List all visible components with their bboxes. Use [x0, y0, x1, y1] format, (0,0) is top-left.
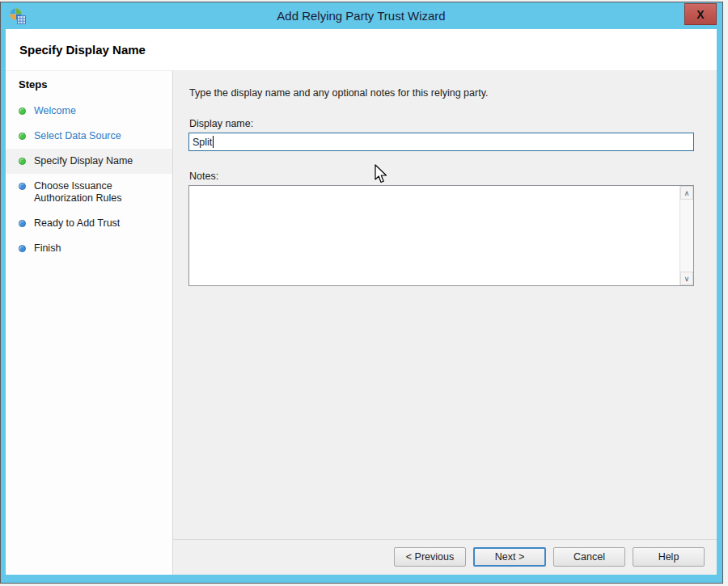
next-button[interactable]: Next > [473, 547, 546, 567]
intro-text: Type the display name and any optional n… [189, 87, 694, 99]
page-title: Specify Display Name [6, 29, 717, 71]
step-current-bullet-icon [19, 158, 26, 165]
steps-sidebar: Steps Welcome Select Data Source Specify… [6, 71, 173, 575]
step-ready-to-add-trust: Ready to Add Trust [6, 211, 172, 236]
wizard-window: Add Relying Party Trust Wizard X Specify… [0, 2, 723, 584]
notes-label: Notes: [189, 171, 694, 182]
step-upcoming-bullet-icon [19, 220, 26, 227]
display-name-label: Display name: [189, 118, 694, 129]
step-finish: Finish [6, 236, 172, 261]
step-select-data-source: Select Data Source [6, 124, 172, 149]
notes-field-box: ∧ ∨ [188, 185, 694, 286]
close-button[interactable]: X [684, 3, 717, 25]
wizard-body: Specify Display Name Steps Welcome Selec… [6, 29, 717, 575]
button-bar: < Previous Next > Cancel Help [173, 539, 717, 575]
window-title: Add Relying Party Trust Wizard [6, 9, 717, 23]
step-specify-display-name: Specify Display Name [6, 149, 172, 174]
step-welcome: Welcome [6, 99, 172, 124]
scroll-down-icon[interactable]: ∨ [680, 272, 693, 285]
previous-button[interactable]: < Previous [394, 547, 466, 567]
cancel-button[interactable]: Cancel [553, 547, 625, 567]
step-choose-issuance-authorization-rules: Choose Issuance Authorization Rules [6, 174, 172, 211]
step-done-bullet-icon [19, 108, 26, 115]
step-upcoming-bullet-icon [19, 183, 26, 190]
step-upcoming-bullet-icon [19, 245, 26, 252]
display-name-input[interactable] [188, 133, 694, 151]
step-done-bullet-icon [19, 133, 26, 140]
notes-scrollbar[interactable]: ∧ ∨ [679, 186, 693, 285]
notes-textarea[interactable] [189, 186, 679, 285]
scroll-up-icon[interactable]: ∧ [680, 186, 693, 200]
help-button[interactable]: Help [633, 547, 705, 567]
main-panel: Type the display name and any optional n… [173, 71, 717, 575]
steps-heading: Steps [19, 78, 172, 91]
text-caret [213, 136, 214, 148]
titlebar: Add Relying Party Trust Wizard X [6, 2, 717, 29]
